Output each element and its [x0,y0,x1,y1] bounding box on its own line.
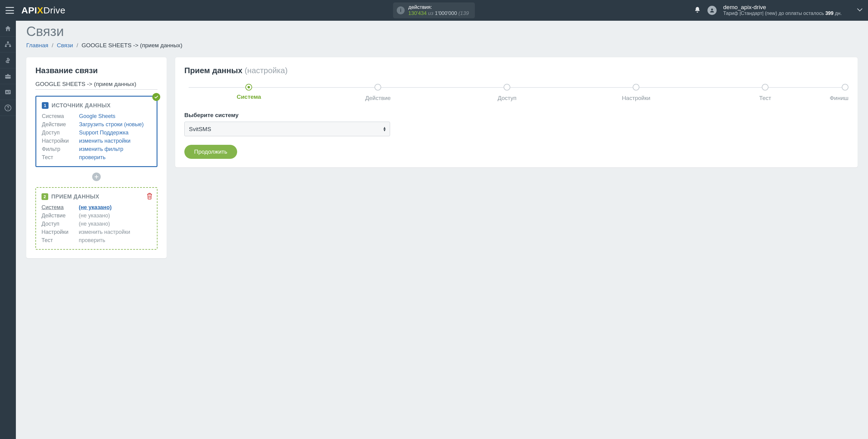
actions-extra: (139 [458,10,469,16]
actions-limit: 1'000'000 [435,10,457,16]
avatar-icon[interactable] [708,6,717,15]
username: demo_apix-drive [723,4,842,10]
source-access-k: Доступ [42,130,75,136]
actions-count: 130'434 [408,10,427,16]
breadcrumb-home[interactable]: Главная [26,42,48,48]
bell-icon[interactable] [694,6,701,14]
svg-rect-3 [9,45,11,47]
system-select[interactable]: SvitSMS [184,122,390,136]
plan-suffix: дн. [835,11,842,16]
breadcrumb-links[interactable]: Связи [57,42,73,48]
sidebar-billing[interactable] [0,53,16,68]
sidebar-idcard[interactable] [0,84,16,100]
source-badge: 1 [42,102,49,109]
continue-button[interactable]: Продолжить [184,145,237,159]
check-icon [152,93,160,101]
actions-of: из [428,10,433,16]
svg-rect-2 [5,45,7,47]
dest-settings-k: Настройки [41,229,75,235]
svg-point-6 [6,91,8,92]
svg-point-8 [8,109,8,109]
svg-rect-4 [5,75,11,79]
dest-action-v: (не указано) [79,212,151,219]
destination-block: 2 ПРИЕМ ДАННЫХ Система (не указано) Дейс… [35,187,157,250]
actions-label: действия: [408,4,469,10]
source-action-v[interactable]: Загрузить строки (новые) [79,121,151,128]
source-access-v[interactable]: Support Поддержка [79,130,151,136]
step-system[interactable]: Система [184,84,313,100]
source-filter-v[interactable]: изменить фильтр [79,146,151,153]
step-settings[interactable]: Настройки [572,84,701,102]
breadcrumb-current: GOOGLE SHEETS -> (прием данных) [82,42,182,48]
plan-days: 399 [825,11,834,16]
add-block-button[interactable] [92,173,101,181]
dest-access-k: Доступ [41,221,75,227]
topbar: APIXDrive i действия: 130'434 из 1'000'0… [0,0,868,21]
sidebar-connections[interactable] [0,37,16,53]
source-action-k: Действие [42,121,75,128]
plan-prefix: Тариф |Стандарт| (new) до оплаты осталос… [723,11,824,16]
sidebar-briefcase[interactable] [0,68,16,84]
stepper: Система Действие Доступ Настройки Тест Ф… [184,84,848,102]
left-heading: Название связи [35,66,157,75]
menu-toggle[interactable] [5,7,14,14]
logo[interactable]: APIXDrive [21,5,66,15]
dest-title: ПРИЕМ ДАННЫХ [51,194,99,200]
source-test-k: Тест [42,154,75,161]
page-title: Связи [26,21,858,39]
breadcrumb: Главная / Связи / GOOGLE SHEETS -> (прие… [26,42,858,49]
source-settings-k: Настройки [42,138,75,144]
dest-test-k: Тест [41,237,75,244]
select-system-label: Выберите систему [184,112,848,119]
source-test-v[interactable]: проверить [79,154,151,161]
step-finish[interactable]: Финиш [830,84,848,102]
svg-rect-1 [7,41,9,43]
panel-receive: Прием данных (настройка) Система Действи… [175,57,858,167]
actions-counter[interactable]: i действия: 130'434 из 1'000'000 (139 [393,2,475,18]
panel-connection: Название связи GOOGLE SHEETS -> (прием д… [26,57,167,258]
info-icon: i [397,6,405,14]
connection-name-input[interactable]: GOOGLE SHEETS -> (прием данных) [35,81,157,90]
step-access[interactable]: Доступ [442,84,572,102]
chevron-down-icon[interactable] [857,8,863,13]
account-block[interactable]: demo_apix-drive Тариф |Стандарт| (new) д… [723,4,842,16]
sidebar-help[interactable] [0,100,16,116]
dest-action-k: Действие [41,212,75,219]
trash-icon[interactable] [147,193,153,201]
source-system-k: Система [42,113,75,120]
dest-settings-v: изменить настройки [79,229,151,235]
step-test[interactable]: Тест [701,84,830,102]
dest-system-v[interactable]: (не указано) [79,204,151,211]
source-system-v[interactable]: Google Sheets [79,113,151,120]
dest-system-k: Система [41,204,75,211]
dest-access-v: (не указано) [79,221,151,227]
source-filter-k: Фильтр [42,146,75,153]
source-settings-v[interactable]: изменить настройки [79,138,151,144]
step-action[interactable]: Действие [313,84,442,102]
source-title: ИСТОЧНИК ДАННЫХ [52,102,111,109]
sidebar-home[interactable] [0,21,16,37]
sidebar [0,21,16,270]
source-block: 1 ИСТОЧНИК ДАННЫХ Система Google Sheets … [35,96,157,167]
right-heading: Прием данных (настройка) [184,66,848,75]
dest-test-v: проверить [79,237,151,244]
svg-point-0 [711,8,713,10]
dest-badge: 2 [41,193,48,200]
